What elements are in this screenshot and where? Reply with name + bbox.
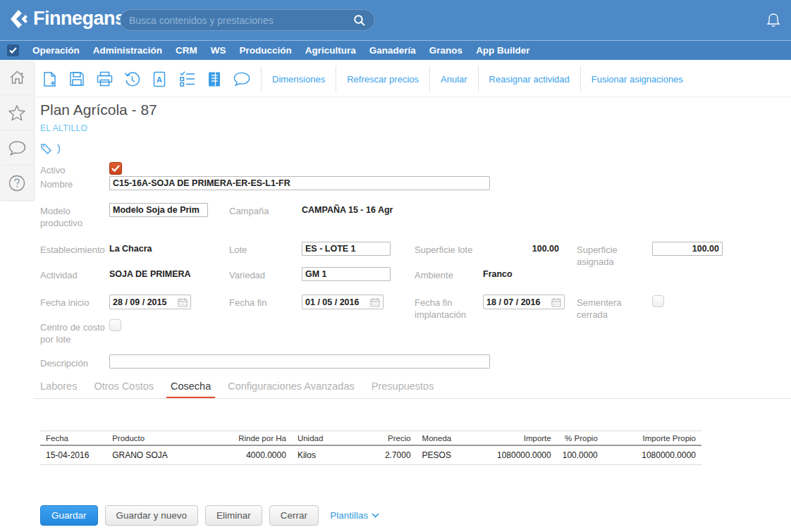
calendar-icon[interactable] <box>370 297 380 307</box>
history-icon[interactable] <box>123 70 141 88</box>
centro-costo-checkbox[interactable] <box>109 319 121 331</box>
col-importe-propio[interactable]: Importe Propio <box>603 431 701 446</box>
menu-app-builder[interactable]: App Builder <box>476 45 530 56</box>
cell-rinde-por-ha: 4000.0000 <box>215 445 292 465</box>
export-pdf-icon[interactable]: A <box>150 70 168 88</box>
eliminar-button[interactable]: Eliminar <box>205 505 262 526</box>
cell-importe-propio: 1080000.0000 <box>603 445 701 465</box>
sidebar-favorites[interactable] <box>0 96 34 130</box>
variedad-input[interactable] <box>302 267 391 281</box>
fecha-inicio-value: 28 / 09 / 2015 <box>113 297 166 307</box>
chevron-down-icon <box>372 513 379 518</box>
checklist-icon[interactable] <box>178 70 196 88</box>
sidebar-help[interactable] <box>0 166 34 200</box>
app-header: Finnegans <box>0 0 791 40</box>
col-precio[interactable]: Precio <box>348 431 416 446</box>
establecimiento-label: Establecimiento <box>40 244 114 256</box>
menu-produccion[interactable]: Producción <box>240 45 292 56</box>
menu-granos[interactable]: Granos <box>429 45 462 56</box>
sementera-cerrada-checkbox[interactable] <box>652 295 664 307</box>
fecha-fin-label: Fecha fin <box>229 297 296 309</box>
dimensiones-link[interactable]: Dimensiones <box>262 74 336 85</box>
guardar-y-nuevo-button[interactable]: Guardar y nuevo <box>105 505 199 526</box>
activo-checkbox[interactable] <box>109 162 122 175</box>
col-rinde-por-ha[interactable]: Rinde por Ha <box>215 431 292 446</box>
modelo-productivo-input[interactable] <box>109 203 208 217</box>
menu-agricultura[interactable]: Agricultura <box>305 45 356 56</box>
save-icon[interactable] <box>68 70 86 88</box>
cerrar-button[interactable]: Cerrar <box>269 505 319 526</box>
activo-label: Activo <box>40 164 109 176</box>
guardar-button[interactable]: Guardar <box>40 505 98 526</box>
menu-crm[interactable]: CRM <box>176 45 197 56</box>
lote-label: Lote <box>229 244 296 256</box>
form-actions: Guardar Guardar y nuevo Eliminar Cerrar … <box>40 505 379 526</box>
tags-control[interactable] <box>40 143 62 155</box>
cell-precio: 2.7000 <box>348 445 416 465</box>
cell-producto: GRANO SOJA <box>106 445 214 465</box>
reasignar-actividad-link[interactable]: Reasignar actividad <box>479 74 580 85</box>
campana-value: CAMPAÑA 15 - 16 Agr <box>302 205 393 215</box>
notifications-bell-icon[interactable] <box>766 12 781 29</box>
global-search[interactable] <box>120 9 375 31</box>
ambiente-label: Ambiente <box>415 269 478 281</box>
refrescar-precios-link[interactable]: Refrescar precios <box>336 74 429 85</box>
table-header-row: Fecha Producto Rinde por Ha Unidad Preci… <box>40 431 701 446</box>
lote-input[interactable] <box>302 242 391 256</box>
brand[interactable]: Finnegans <box>10 8 125 30</box>
col-producto[interactable]: Producto <box>106 431 214 446</box>
tab-presupuestos[interactable]: Presupuestos <box>372 380 434 399</box>
nombre-input[interactable] <box>109 176 490 190</box>
cosecha-table: Fecha Producto Rinde por Ha Unidad Preci… <box>40 431 701 465</box>
superficie-asignada-input[interactable] <box>652 242 723 256</box>
anular-link[interactable]: Anular <box>430 74 478 85</box>
fecha-fin-implantacion-label: Fecha fin implantación <box>415 297 478 321</box>
finnegans-app: Finnegans Operación Administración CRM <box>0 0 791 532</box>
superficie-lote-label: Superficie lote <box>415 244 485 256</box>
tag-icon <box>40 143 52 155</box>
new-document-icon[interactable] <box>40 70 59 88</box>
cell-propio: 100.0000 <box>557 445 603 465</box>
tasks-check-icon[interactable] <box>7 44 19 56</box>
menu-operacion[interactable]: Operación <box>32 45 80 56</box>
tab-otros-costos[interactable]: Otros Costos <box>94 380 154 399</box>
fecha-inicio-label: Fecha inicio <box>40 297 109 309</box>
descripcion-input[interactable] <box>109 354 490 369</box>
col-moneda[interactable]: Moneda <box>417 431 486 446</box>
print-icon[interactable] <box>95 70 114 88</box>
calendar-icon[interactable] <box>551 297 561 307</box>
page-subtitle[interactable]: EL ALTILLO <box>40 123 87 133</box>
sidebar-home[interactable] <box>0 61 34 94</box>
menu-ganaderia[interactable]: Ganadería <box>369 45 416 56</box>
actividad-label: Actividad <box>40 269 109 281</box>
col-importe[interactable]: Importe <box>486 431 557 446</box>
home-icon <box>8 69 26 86</box>
tab-cosecha[interactable]: Cosecha <box>166 380 215 399</box>
centro-costo-label: Centro de costo por lote <box>40 321 111 345</box>
report-icon[interactable] <box>205 70 223 88</box>
fusionar-asignaciones-link[interactable]: Fusionar asignaciones <box>581 74 694 85</box>
fecha-inicio-input[interactable]: 28 / 09 / 2015 <box>109 295 191 309</box>
search-input[interactable] <box>129 15 353 26</box>
table-row[interactable]: 15-04-2016 GRANO SOJA 4000.0000 Kilos 2.… <box>40 445 701 465</box>
col-unidad[interactable]: Unidad <box>292 431 348 446</box>
plantillas-dropdown[interactable]: Plantillas <box>330 510 379 521</box>
modelo-productivo-label: Modelo productivo <box>40 205 109 229</box>
menu-ws[interactable]: WS <box>211 45 226 56</box>
detail-tabs: Labores Otros Costos Cosecha Configuraci… <box>40 380 434 399</box>
search-icon[interactable] <box>353 14 366 27</box>
col-fecha[interactable]: Fecha <box>40 431 106 446</box>
left-sidebar <box>0 61 34 202</box>
fecha-fin-implantacion-input[interactable]: 18 / 07 / 2016 <box>483 295 565 309</box>
menu-administracion[interactable]: Administración <box>93 45 162 56</box>
plantillas-label: Plantillas <box>330 510 368 521</box>
brand-name: Finnegans <box>33 8 125 30</box>
fecha-fin-input[interactable]: 01 / 05 / 2016 <box>302 295 384 309</box>
sidebar-comments[interactable] <box>0 131 34 165</box>
calendar-icon[interactable] <box>178 297 188 307</box>
cell-unidad: Kilos <box>292 445 348 465</box>
col-propio[interactable]: % Propio <box>557 431 603 446</box>
comment-icon[interactable] <box>233 70 251 88</box>
tab-labores[interactable]: Labores <box>40 380 77 399</box>
tab-configuraciones-avanzadas[interactable]: Configuraciones Avanzadas <box>228 380 355 399</box>
